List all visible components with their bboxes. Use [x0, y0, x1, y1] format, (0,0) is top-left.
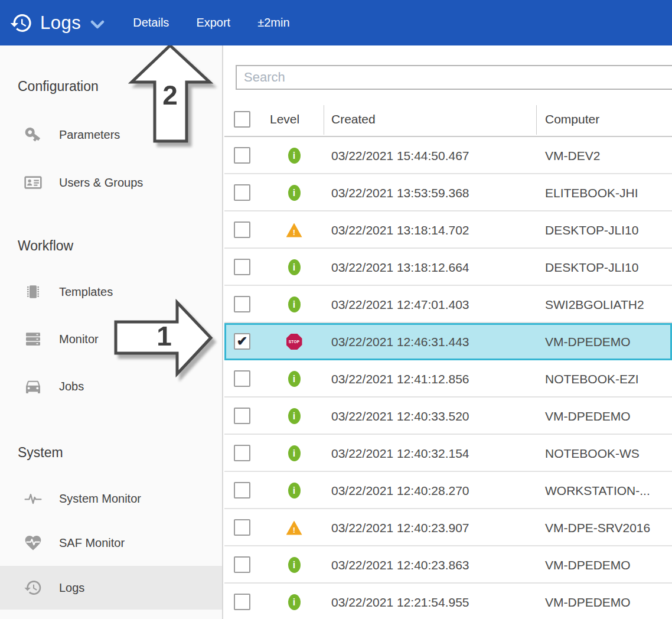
chevron-down-icon — [90, 20, 105, 30]
export-menu-item[interactable]: Export — [196, 16, 230, 30]
row-checkbox[interactable] — [234, 594, 250, 610]
row-checkbox[interactable] — [234, 221, 250, 238]
info-icon: i — [286, 398, 302, 435]
sidebar-item-parameters[interactable]: Parameters — [0, 122, 222, 148]
created-cell: 03/22/2021 13:18:14.702 — [331, 211, 469, 249]
car-icon — [24, 377, 43, 396]
info-icon: i — [286, 546, 302, 584]
section-heading-configuration: Configuration — [18, 79, 99, 96]
column-header-level[interactable]: Level — [270, 103, 299, 136]
computer-cell: SWI2BGOLIATH2 — [545, 286, 644, 323]
sidebar-item-label: Jobs — [59, 380, 84, 393]
sidebar-item-label: Templates — [59, 285, 113, 299]
heart-pulse-icon — [24, 533, 43, 552]
sidebar-item-system-monitor[interactable]: System Monitor — [0, 486, 222, 512]
info-icon: i — [286, 472, 302, 509]
table-row[interactable]: i 03/22/2021 13:18:12.664 DESKTOP-JLI10 — [224, 249, 672, 286]
table-header: Level Created Computer — [224, 103, 672, 137]
table-row[interactable]: i 03/22/2021 12:21:54.955 VM-DPEDEMO — [224, 584, 672, 619]
computer-cell: VM-DPEDEMO — [545, 546, 631, 584]
info-icon: i — [286, 137, 302, 174]
created-cell: 03/22/2021 12:40:28.270 — [331, 472, 469, 509]
column-header-created[interactable]: Created — [331, 103, 376, 136]
app-title-dropdown[interactable]: Logs — [9, 11, 105, 35]
computer-cell: VM-DPE-SRV2016 — [545, 509, 650, 546]
table-row[interactable]: i 03/22/2021 12:40:23.863 VM-DPEDEMO — [224, 546, 672, 584]
sidebar-item-label: SAF Monitor — [59, 536, 125, 550]
sidebar-item-users-groups[interactable]: Users & Groups — [0, 170, 222, 196]
computer-cell: DESKTOP-JLI10 — [545, 249, 638, 286]
chip-icon — [24, 282, 43, 301]
sidebar-item-logs[interactable]: Logs — [0, 566, 222, 610]
info-icon: i — [286, 286, 302, 323]
details-menu-item[interactable]: Details — [133, 16, 169, 30]
row-checkbox[interactable] — [234, 408, 250, 424]
server-stack-icon — [24, 330, 43, 348]
sidebar-item-label: Logs — [59, 581, 84, 595]
time-range-menu-item[interactable]: ±2min — [257, 16, 289, 30]
column-divider — [536, 105, 537, 135]
created-cell: 03/22/2021 12:46:31.443 — [331, 323, 469, 360]
created-cell: 03/22/2021 15:44:50.467 — [331, 137, 469, 174]
warning-icon: ! — [286, 509, 302, 546]
computer-cell: NOTEBOOK-EZI — [545, 360, 639, 398]
select-all-checkbox[interactable] — [234, 111, 250, 128]
row-checkbox[interactable] — [234, 519, 250, 536]
sidebar-item-jobs[interactable]: Jobs — [0, 373, 222, 399]
table-row[interactable]: i 03/22/2021 12:40:33.520 VM-DPEDEMO — [224, 398, 672, 435]
search-input[interactable] — [236, 65, 672, 90]
key-icon — [24, 125, 43, 144]
table-body: i 03/22/2021 15:44:50.467 VM-DEV2 i 03/2… — [224, 137, 672, 619]
section-heading-system: System — [18, 445, 63, 462]
table-row[interactable]: i 03/22/2021 13:53:59.368 ELITEBOOK-JHI — [224, 174, 672, 211]
row-checkbox[interactable]: ✔ — [234, 333, 250, 350]
sidebar-item-label: Parameters — [59, 128, 120, 142]
row-checkbox[interactable] — [234, 556, 250, 573]
section-heading-workflow: Workflow — [18, 238, 73, 256]
computer-cell: NOTEBOOK-WS — [545, 435, 640, 472]
created-cell: 03/22/2021 12:40:33.520 — [331, 398, 469, 435]
computer-cell: ELITEBOOK-JHI — [545, 174, 638, 211]
sidebar-item-monitor[interactable]: Monitor — [0, 326, 222, 352]
created-cell: 03/22/2021 12:40:23.907 — [331, 509, 469, 546]
row-checkbox[interactable] — [234, 370, 250, 387]
created-cell: 03/22/2021 12:40:32.154 — [331, 435, 469, 472]
top-menu: Details Export ±2min — [133, 16, 289, 30]
row-checkbox[interactable] — [234, 296, 250, 312]
row-checkbox[interactable] — [234, 147, 250, 164]
computer-cell: DESKTOP-JLI10 — [545, 211, 638, 249]
pulse-icon — [24, 489, 43, 508]
table-row[interactable]: i 03/22/2021 12:40:28.270 WORKSTATION-..… — [224, 472, 672, 509]
table-row[interactable]: i 03/22/2021 12:47:01.403 SWI2BGOLIATH2 — [224, 286, 672, 323]
row-checkbox[interactable] — [234, 259, 250, 275]
created-cell: 03/22/2021 12:40:23.863 — [331, 546, 469, 584]
computer-cell: WORKSTATION-... — [545, 472, 650, 509]
row-checkbox[interactable] — [234, 184, 250, 201]
table-row[interactable]: i 03/22/2021 12:40:32.154 NOTEBOOK-WS — [224, 435, 672, 472]
history-icon — [9, 11, 33, 35]
row-checkbox[interactable] — [234, 445, 250, 461]
row-checkbox[interactable] — [234, 482, 250, 499]
created-cell: 03/22/2021 12:41:12.856 — [331, 360, 469, 398]
table-row[interactable]: ✔ STOP 03/22/2021 12:46:31.443 VM-DPEDEM… — [224, 323, 672, 360]
column-header-computer[interactable]: Computer — [545, 103, 599, 136]
id-card-icon — [24, 173, 43, 192]
created-cell: 03/22/2021 13:53:59.368 — [331, 174, 469, 211]
computer-cell: VM-DPEDEMO — [545, 323, 631, 360]
info-icon: i — [286, 435, 302, 472]
page-title: Logs — [40, 12, 81, 34]
history-icon — [24, 578, 43, 597]
column-divider — [324, 105, 324, 135]
sidebar-item-templates[interactable]: Templates — [0, 279, 222, 305]
sidebar-item-saf-monitor[interactable]: SAF Monitor — [0, 530, 222, 556]
info-icon: i — [286, 174, 302, 211]
sidebar-item-label: Users & Groups — [59, 176, 143, 190]
table-row[interactable]: ! 03/22/2021 12:40:23.907 VM-DPE-SRV2016 — [224, 509, 672, 546]
table-row[interactable]: i 03/22/2021 12:41:12.856 NOTEBOOK-EZI — [224, 360, 672, 398]
table-row[interactable]: ! 03/22/2021 13:18:14.702 DESKTOP-JLI10 — [224, 211, 672, 249]
table-row[interactable]: i 03/22/2021 15:44:50.467 VM-DEV2 — [224, 137, 672, 174]
log-table-panel: Level Created Computer i 03/22/2021 15:4… — [224, 45, 672, 619]
info-icon: i — [286, 360, 302, 398]
created-cell: 03/22/2021 12:21:54.955 — [331, 584, 469, 619]
created-cell: 03/22/2021 12:47:01.403 — [331, 286, 469, 323]
